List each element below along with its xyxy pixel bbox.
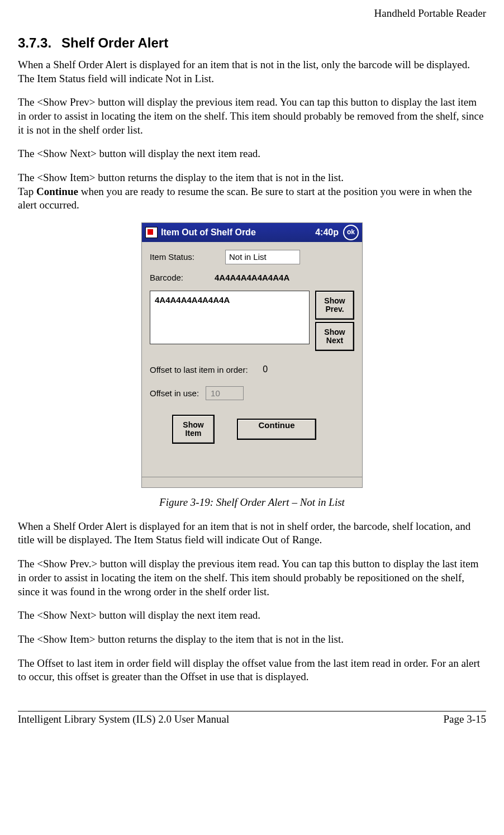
screen-area: Item Status: Not in List Barcode: 4A4A4A… — [142, 242, 362, 477]
section-heading: 3.7.3.Shelf Order Alert — [18, 34, 486, 51]
figure-container: Item Out of Shelf Orde 4:40p ok Item Sta… — [18, 222, 486, 488]
item-detail-box: 4A4A4A4A4A4A4A — [150, 291, 310, 344]
device-footerbar — [142, 477, 362, 487]
ok-button[interactable]: ok — [343, 225, 359, 240]
section-number: 3.7.3. — [18, 34, 51, 51]
paragraph: The <Show Prev.> button will display the… — [18, 557, 486, 599]
window-titlebar: Item Out of Shelf Orde 4:40p ok — [142, 223, 362, 242]
text: when you are ready to resume the scan. B… — [18, 186, 472, 211]
paragraph: The <Show Prev> button will display the … — [18, 96, 486, 137]
offset-last-value: 0 — [256, 363, 275, 376]
clock: 4:40p — [315, 227, 339, 239]
handheld-device: Item Out of Shelf Orde 4:40p ok Item Sta… — [141, 222, 363, 488]
paragraph: The <Show Next> button will display the … — [18, 147, 486, 161]
paragraph: Tap Continue when you are ready to resum… — [18, 185, 486, 212]
text: Tap — [18, 186, 36, 197]
app-icon — [145, 227, 158, 238]
continue-button[interactable]: Continue — [237, 419, 316, 440]
section-title: Shelf Order Alert — [61, 35, 168, 50]
page-footer: Intelligent Library System (ILS) 2.0 Use… — [18, 713, 486, 727]
window-title: Item Out of Shelf Orde — [161, 227, 311, 239]
paragraph: When a Shelf Order Alert is displayed fo… — [18, 520, 486, 547]
footer-left: Intelligent Library System (ILS) 2.0 Use… — [18, 713, 229, 727]
item-status-value: Not in List — [225, 250, 300, 264]
paragraph: The Offset to last item in order field w… — [18, 657, 486, 684]
figure-caption: Figure 3-19: Shelf Order Alert – Not in … — [18, 496, 486, 510]
barcode-value: 4A4A4A4A4A4A4A — [211, 271, 318, 284]
footer-right: Page 3-15 — [443, 713, 486, 727]
offset-last-label: Offset to last item in order: — [150, 364, 248, 376]
running-header: Handheld Portable Reader — [18, 7, 486, 21]
continue-bold: Continue — [36, 186, 78, 197]
show-item-button[interactable]: Show Item — [172, 415, 215, 444]
offset-inuse-label: Offset in use: — [150, 388, 199, 399]
show-prev-button[interactable]: Show Prev. — [315, 291, 354, 320]
item-status-label: Item Status: — [150, 252, 225, 263]
paragraph: The <Show Item> button returns the displ… — [18, 171, 486, 185]
barcode-label: Barcode: — [150, 272, 211, 283]
show-next-button[interactable]: Show Next — [315, 322, 354, 351]
paragraph: When a Shelf Order Alert is displayed fo… — [18, 58, 486, 86]
offset-inuse-value: 10 — [206, 386, 244, 401]
footer-rule — [18, 711, 486, 711]
paragraph: The <Show Next> button will display the … — [18, 609, 486, 623]
paragraph: The <Show Item> button returns the displ… — [18, 633, 486, 647]
